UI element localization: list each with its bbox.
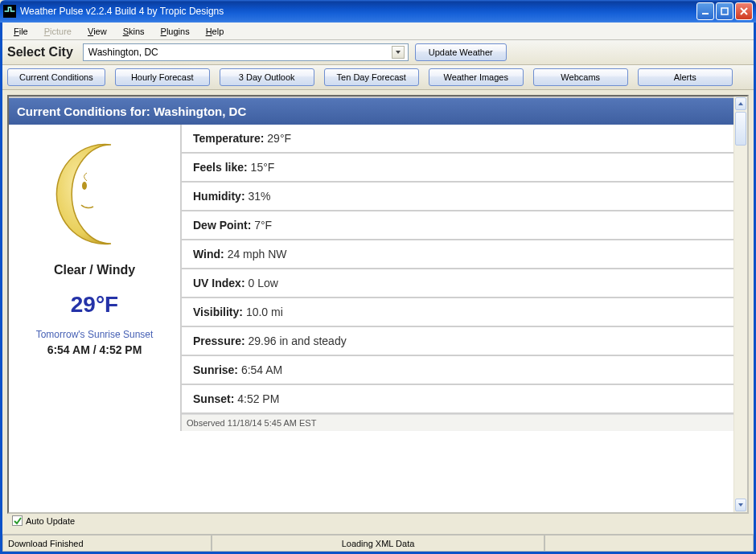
sunrise-sunset-label: Tomorrow's Sunrise Sunset	[14, 329, 175, 340]
auto-update-checkbox[interactable]	[12, 515, 23, 526]
metric-sunset: Sunset: 4:52 PM	[182, 385, 733, 414]
scroll-track[interactable]	[734, 146, 747, 498]
tabs-row: Current Conditions Hourly Forecast 3 Day…	[2, 65, 754, 90]
svg-rect-0	[702, 13, 709, 14]
menu-picture: Picture	[38, 25, 78, 38]
status-bar: Download Finished Loading XML Data	[2, 534, 754, 552]
app-icon	[3, 5, 16, 18]
maximize-button[interactable]	[716, 2, 733, 20]
city-dropdown[interactable]: Washington, DC	[83, 43, 409, 61]
tab-alerts[interactable]: Alerts	[638, 68, 733, 86]
menu-plugins[interactable]: Plugins	[154, 25, 196, 38]
metric-visibility: Visibility: 10.0 mi	[182, 298, 733, 327]
menu-view[interactable]: View	[81, 25, 113, 38]
tab-3-day-outlook[interactable]: 3 Day Outlook	[220, 68, 314, 86]
city-selected-text: Washington, DC	[88, 47, 392, 58]
menu-skins[interactable]: Skins	[117, 25, 151, 38]
conditions-summary-panel: Clear / Windy 29°F Tomorrow's Sunrise Su…	[9, 125, 182, 431]
tab-hourly-forecast[interactable]: Hourly Forecast	[115, 68, 210, 86]
menu-help[interactable]: Help	[199, 25, 231, 38]
svg-point-2	[82, 182, 87, 190]
status-center: Loading XML Data	[212, 535, 544, 552]
title-bar: Weather Pulse v2.2.4 Build 4 by Tropic D…	[0, 0, 756, 23]
scroll-down-button[interactable]	[735, 499, 746, 511]
scroll-thumb[interactable]	[735, 112, 746, 146]
conditions-metrics-panel: Temperature: 29°F Feels like: 15°F Humid…	[182, 125, 733, 431]
menu-file[interactable]: File	[7, 25, 35, 38]
vertical-scrollbar[interactable]	[733, 96, 747, 512]
metric-temperature: Temperature: 29°F	[182, 125, 733, 154]
chevron-down-icon	[392, 46, 405, 59]
window-title: Weather Pulse v2.2.4 Build 4 by Tropic D…	[20, 6, 696, 17]
close-button[interactable]	[735, 2, 753, 20]
tab-webcams[interactable]: Webcams	[533, 68, 628, 86]
metric-pressure: Pressure: 29.96 in and steady	[182, 327, 733, 356]
metric-wind: Wind: 24 mph NW	[182, 240, 733, 269]
svg-rect-1	[721, 8, 728, 14]
conditions-summary-text: Clear / Windy	[14, 263, 175, 277]
menu-bar: File Picture View Skins Plugins Help	[2, 23, 754, 40]
metric-uv-index: UV Index: 0 Low	[182, 269, 733, 298]
scroll-up-button[interactable]	[735, 97, 746, 110]
city-selector-row: Select City Washington, DC Update Weathe…	[2, 40, 754, 65]
metric-humidity: Humidity: 31%	[182, 183, 733, 211]
tab-weather-images[interactable]: Weather Images	[429, 68, 524, 86]
auto-update-label: Auto Update	[26, 516, 75, 526]
tab-current-conditions[interactable]: Current Conditions	[7, 68, 105, 86]
status-left: Download Finished	[2, 535, 212, 552]
conditions-big-temp: 29°F	[14, 292, 175, 318]
metric-dew-point: Dew Point: 7°F	[182, 211, 733, 240]
auto-update-row: Auto Update	[7, 514, 749, 529]
metric-sunrise: Sunrise: 6:54 AM	[182, 356, 733, 385]
minimize-button[interactable]	[696, 2, 714, 20]
select-city-label: Select City	[7, 45, 73, 60]
observed-timestamp: Observed 11/18/14 5:45 AM EST	[182, 414, 733, 431]
conditions-header: Current Conditions for: Washington, DC	[9, 96, 733, 125]
content-pane: Current Conditions for: Washington, DC	[7, 95, 749, 514]
moon-icon	[14, 133, 175, 255]
metric-feels-like: Feels like: 15°F	[182, 154, 733, 183]
tab-ten-day-forecast[interactable]: Ten Day Forecast	[324, 68, 419, 86]
sunrise-sunset-times: 6:54 AM / 4:52 PM	[14, 343, 175, 356]
status-right	[544, 535, 754, 552]
update-weather-button[interactable]: Update Weather	[415, 43, 507, 61]
